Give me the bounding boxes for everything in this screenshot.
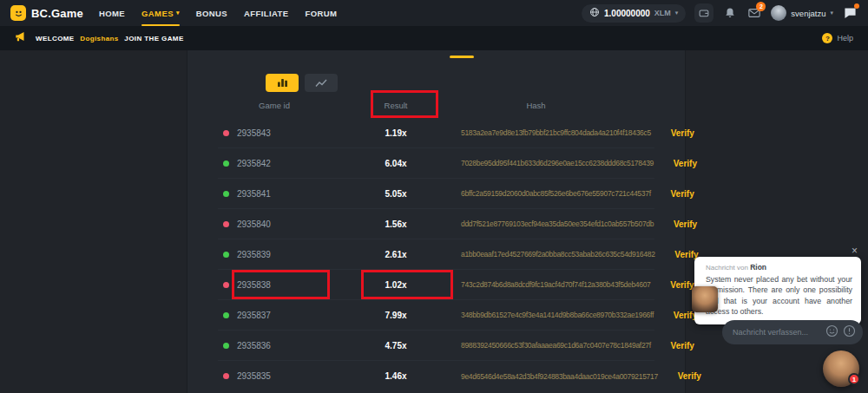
result-value: 1.02x (331, 280, 461, 290)
chevron-down-icon: ▾ (830, 10, 833, 16)
chat-notification-dot (854, 3, 859, 9)
table-row: 2935837 7.99x 348bb9db61527e4c9f3e4a1414… (218, 300, 654, 331)
table-row: 2935835 1.46x 9e4d6546d4e58a42d3b4f92488… (218, 361, 654, 391)
announcement-prefix: WELCOME (36, 35, 75, 43)
hash-value: 6bffc2a59159d2060d0abc85f526e6be676e5590… (461, 189, 651, 198)
result-value: 4.75x (331, 341, 461, 350)
hash-value: 8988392450666c53f30afaaaea69c1d6a7c0407e… (461, 341, 651, 350)
chat-input-bar (722, 320, 863, 344)
result-dot (223, 373, 229, 379)
active-tab-indicator (450, 56, 474, 58)
wallet-button[interactable] (694, 3, 713, 23)
balance-amount: 1.00000000 (604, 9, 650, 18)
hash-value: 9e4d6546d4e58a42d3b4f924883baa4daac019ce… (461, 372, 658, 381)
result-value: 7.99x (331, 311, 461, 320)
header-result: Result (331, 101, 461, 110)
result-dot (223, 343, 229, 349)
verify-button[interactable]: Verify (651, 189, 694, 199)
verify-button[interactable]: Verify (658, 371, 701, 381)
hash-value: a1bb0eaaf17ed4527669f2a0bba8cc53abab26c6… (461, 250, 655, 259)
result-dot (223, 282, 229, 288)
hash-value: 7028be95dd95f441b633d6d296e0ae15cc6238dd… (461, 159, 654, 167)
trend-toggle[interactable] (305, 74, 338, 92)
trend-line-icon (315, 79, 327, 88)
chat-unread-badge: 1 (848, 373, 860, 385)
top-bar: BC.Game HOME GAMES▾ BONUS AFFILIATE FORU… (0, 0, 868, 26)
announcement-bar: WELCOME Dogishans JOIN THE GAME ? Help (0, 26, 868, 50)
hash-value: 5183a2ea7e9d8e13fb79bbf21bc9ffc804dada4a… (461, 128, 651, 137)
table-header: Game id Result Hash (218, 92, 654, 118)
chat-toggle-icon[interactable] (842, 5, 858, 21)
user-menu[interactable]: svenjatzu ▾ (771, 5, 833, 21)
balance-selector[interactable]: 1.00000000 XLM ▾ (582, 4, 686, 23)
hash-value: 348bb9db61527e4c9f3e4a1414d9b8ba66ce8970… (461, 311, 654, 319)
chat-sender-avatar (692, 286, 718, 312)
chevron-down-icon: ▾ (675, 10, 679, 16)
result-dot (223, 130, 229, 136)
megaphone-icon (15, 30, 27, 46)
main-panel: Game id Result Hash 2935843 1.19x 5183a2… (187, 50, 686, 393)
table-row: 2935841 5.05x 6bffc2a59159d2060d0abc85f5… (218, 179, 654, 209)
game-id: 2935835 (237, 371, 271, 381)
game-id: 2935843 (237, 128, 271, 138)
help-button[interactable]: ? Help (822, 33, 853, 43)
result-dot (223, 191, 229, 197)
game-id: 2935838 (237, 280, 271, 290)
chevron-down-icon: ▾ (176, 10, 180, 16)
mail-icon[interactable]: 2 (746, 5, 762, 21)
avatar (771, 5, 786, 21)
view-toggles (266, 74, 338, 92)
help-label: Help (837, 34, 853, 43)
chat-message-card: Nachricht von Rion System never placed a… (694, 257, 861, 324)
verify-button[interactable]: Verify (651, 341, 694, 350)
table-body: 2935843 1.19x 5183a2ea7e9d8e13fb79bbf21b… (218, 118, 654, 391)
nav-item-affiliate[interactable]: AFFILIATE (244, 0, 288, 26)
verify-button[interactable]: Verify (654, 311, 697, 320)
verify-button[interactable]: Verify (654, 159, 697, 168)
table-row: 2935840 1.56x ddd7f521e87769103ecf94ea35… (218, 209, 654, 239)
nav-item-games[interactable]: GAMES▾ (141, 0, 180, 26)
info-icon[interactable] (843, 324, 856, 341)
announcement-suffix: JOIN THE GAME (124, 35, 183, 43)
result-value: 5.05x (331, 189, 461, 199)
bets-table: Game id Result Hash 2935843 1.19x 5183a2… (218, 92, 654, 393)
header-hash: Hash (461, 101, 611, 110)
close-icon[interactable]: × (852, 246, 858, 256)
result-dot (223, 221, 229, 227)
emoji-icon[interactable] (825, 324, 838, 341)
game-id: 2935841 (237, 189, 271, 199)
balance-currency: XLM (654, 9, 671, 17)
nav-item-bonus[interactable]: BONUS (196, 0, 227, 26)
bell-icon[interactable] (722, 5, 738, 21)
logo-icon (10, 5, 26, 21)
bar-chart-icon (277, 78, 288, 88)
header-game-id: Game id (218, 101, 331, 110)
result-dot (223, 312, 229, 318)
chat-message-text: System never placed any bet without your… (706, 274, 852, 318)
verify-button[interactable]: Verify (655, 250, 699, 259)
game-id: 2935840 (237, 219, 271, 229)
logo[interactable]: BC.Game (10, 5, 83, 21)
verify-button[interactable]: Verify (651, 128, 694, 138)
chat-message-input[interactable] (733, 328, 821, 337)
verify-button[interactable]: Verify (651, 280, 694, 290)
game-id: 2935837 (237, 311, 271, 320)
result-value: 1.56x (331, 219, 461, 229)
game-id: 2935839 (237, 250, 271, 259)
result-value: 1.19x (331, 128, 461, 138)
help-icon: ? (822, 33, 832, 43)
globe-icon (589, 5, 600, 21)
nav-item-forum[interactable]: FORUM (306, 0, 338, 26)
table-row: 2935842 6.04x 7028be95dd95f441b633d6d296… (218, 148, 654, 179)
announcement-text: WELCOME Dogishans JOIN THE GAME (36, 35, 184, 43)
my-bets-toggle[interactable] (266, 74, 299, 92)
table-row: 2935839 2.61x a1bb0eaaf17ed4527669f2a0bb… (218, 239, 654, 270)
game-id: 2935842 (237, 159, 271, 168)
table-row: 2935843 1.19x 5183a2ea7e9d8e13fb79bbf21b… (218, 118, 654, 148)
verify-button[interactable]: Verify (654, 219, 697, 229)
nav-item-home[interactable]: HOME (99, 0, 125, 26)
result-dot (223, 252, 229, 258)
result-value: 2.61x (331, 250, 461, 259)
logo-text: BC.Game (31, 7, 83, 20)
table-row: 2935838 1.02x 743c2d874b6d8a8dcdf9fc19ac… (218, 270, 654, 300)
